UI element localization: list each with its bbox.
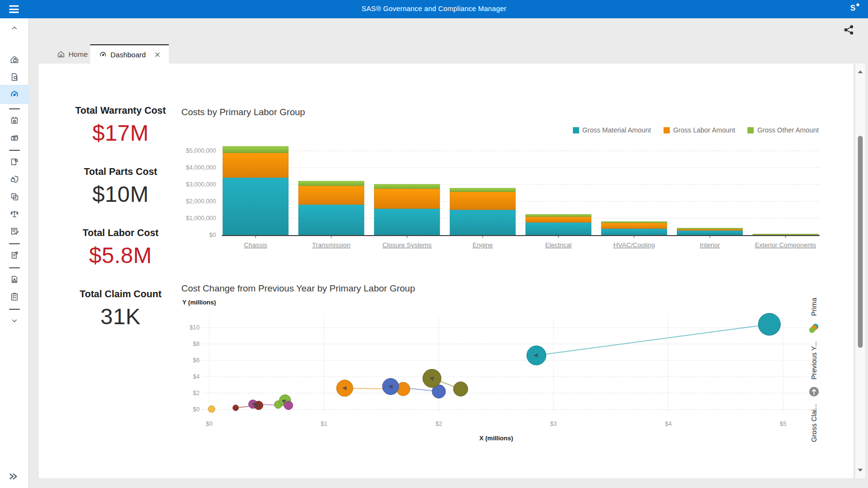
- kpi-value: $10M: [53, 181, 188, 207]
- expand-sidebar-icon[interactable]: [9, 473, 18, 482]
- scrollbar-thumb[interactable]: [858, 136, 863, 348]
- kpi-total-claim-count: Total Claim Count 31K: [53, 289, 188, 330]
- clipboard-check-icon[interactable]: [6, 292, 23, 302]
- sidebar-divider: [9, 243, 20, 244]
- bubble-x-tick: $1: [321, 421, 327, 427]
- kpi-label: Total Warranty Cost: [53, 105, 188, 116]
- sidebar-divider: [9, 267, 20, 268]
- bubble-y-tick: $0: [193, 406, 200, 413]
- legend-previous-year-label: Previous Y...: [810, 341, 818, 380]
- bar-category-label[interactable]: Chassis: [244, 241, 267, 249]
- scales-icon[interactable]: [6, 209, 23, 219]
- bar-segment[interactable]: [677, 229, 743, 230]
- sidebar-divider: [9, 309, 20, 310]
- bar-segment[interactable]: [374, 185, 440, 189]
- home-icon: [57, 50, 65, 58]
- vertical-scrollbar[interactable]: [855, 64, 865, 478]
- copies-icon[interactable]: [6, 192, 23, 201]
- bar-segment[interactable]: [450, 210, 515, 235]
- bar-category-label[interactable]: Transmission: [312, 241, 351, 249]
- kpi-value: 31K: [53, 303, 188, 330]
- user-avatar[interactable]: S: [850, 4, 855, 13]
- bar-segment[interactable]: [601, 222, 667, 223]
- bar-chart-title: Costs by Primary Labor Group: [181, 107, 305, 118]
- sidebar-item-dashboard-active[interactable]: [0, 85, 29, 104]
- document-warning-icon[interactable]: [6, 275, 23, 284]
- tab-home[interactable]: Home: [48, 44, 96, 64]
- bar-segment[interactable]: [450, 188, 515, 192]
- bubble-previous-year[interactable]: [233, 405, 239, 411]
- bar-category-label[interactable]: Engine: [473, 241, 493, 249]
- money-icon[interactable]: [6, 133, 23, 143]
- bar-segment[interactable]: [601, 223, 667, 228]
- bar-chart[interactable]: $0$1,000,000$2,000,000$3,000,000$4,000,0…: [183, 120, 854, 265]
- bubble-y-tick: $8: [193, 341, 200, 347]
- scroll-down-icon[interactable]: [857, 467, 864, 474]
- bubble-y-tick: $2: [193, 390, 200, 396]
- bar-segment[interactable]: [601, 228, 667, 235]
- bar-segment[interactable]: [223, 146, 288, 153]
- document-check-icon[interactable]: [6, 226, 23, 236]
- bubble-previous-year[interactable]: [453, 382, 468, 396]
- bar-category-label[interactable]: Closure Systems: [382, 241, 432, 249]
- bar-segment[interactable]: [526, 223, 591, 235]
- bar-segment[interactable]: [526, 214, 591, 217]
- kpi-total-warranty-cost: Total Warranty Cost $17M: [53, 105, 188, 146]
- bar-segment[interactable]: [298, 186, 364, 205]
- bubble-chart-title: Cost Change from Previous Year by Primar…: [181, 283, 415, 294]
- share-icon[interactable]: [843, 24, 854, 38]
- bar-segment[interactable]: [677, 230, 743, 235]
- legend-gross-claim-label: Gross Clai...: [810, 404, 818, 442]
- tab-dashboard[interactable]: Dashboard: [90, 44, 169, 64]
- dashboard-canvas: Total Warranty Cost $17M Total Parts Cos…: [39, 64, 854, 478]
- tab-close-icon[interactable]: [155, 52, 160, 57]
- bar-segment[interactable]: [450, 192, 515, 210]
- collapse-up-icon[interactable]: [6, 23, 23, 33]
- bar-y-tick: $4,000,000: [186, 164, 216, 171]
- bar-category-label[interactable]: Electrical: [545, 241, 572, 249]
- calendar-star-icon[interactable]: [6, 116, 23, 125]
- left-sidebar: [0, 18, 29, 488]
- bar-category-label[interactable]: HVAC/Cooling: [613, 241, 655, 249]
- document-review-icon[interactable]: [6, 157, 23, 167]
- bar-category-label[interactable]: Exterior Components: [755, 241, 816, 249]
- sidebar-divider: [9, 108, 20, 109]
- bubble-previous-year[interactable]: [284, 401, 293, 410]
- bubble-x-tick: $3: [550, 421, 557, 427]
- file-search-icon[interactable]: [6, 72, 23, 82]
- bar-y-tick: $2,000,000: [186, 198, 216, 205]
- bar-segment[interactable]: [223, 178, 288, 235]
- kpi-total-parts-cost: Total Parts Cost $10M: [53, 166, 188, 207]
- bubble-current-year[interactable]: [208, 406, 215, 412]
- kpi-column: Total Warranty Cost $17M Total Parts Cos…: [53, 105, 188, 350]
- bar-segment[interactable]: [374, 189, 440, 209]
- bar-y-tick: $0: [209, 232, 216, 238]
- bar-segment[interactable]: [298, 205, 364, 235]
- bubble-y-tick: $4: [193, 373, 200, 380]
- y-axis-title: Y (millions): [182, 299, 216, 306]
- bar-segment[interactable]: [298, 181, 364, 186]
- kpi-label: Total Claim Count: [53, 289, 188, 300]
- bubble-previous-year[interactable]: [758, 313, 780, 335]
- scroll-up-icon[interactable]: [857, 68, 864, 75]
- more-chevron-down-icon[interactable]: [6, 316, 23, 326]
- bar-segment[interactable]: [374, 209, 440, 235]
- kpi-total-labor-cost: Total Labor Cost $5.8M: [53, 227, 188, 268]
- avatar-initial: S: [850, 4, 855, 12]
- workspace-icon[interactable]: [6, 55, 23, 65]
- bar-segment[interactable]: [526, 217, 591, 223]
- kpi-value: $17M: [53, 120, 188, 146]
- bar-segment[interactable]: [677, 228, 743, 229]
- bar-segment[interactable]: [223, 153, 288, 177]
- kpi-value: $5.8M: [53, 242, 188, 268]
- bar-category-label[interactable]: Interior: [700, 241, 720, 249]
- bubble-chart[interactable]: $0$1$2$3$4$5$0$2$4$6$8$10: [183, 308, 854, 453]
- bubble-chart-right-legend: Prima Previous Y... Gross Clai...: [804, 298, 824, 442]
- document-info-icon[interactable]: [6, 251, 23, 260]
- app-title: SAS® Governance and Compliance Manager: [0, 5, 868, 13]
- shield-lock-icon[interactable]: [6, 174, 23, 184]
- tab-bar: Home Dashboard: [29, 18, 868, 64]
- bar-segment[interactable]: [753, 234, 818, 235]
- bubble-y-tick: $6: [193, 357, 200, 364]
- kpi-label: Total Parts Cost: [53, 166, 188, 177]
